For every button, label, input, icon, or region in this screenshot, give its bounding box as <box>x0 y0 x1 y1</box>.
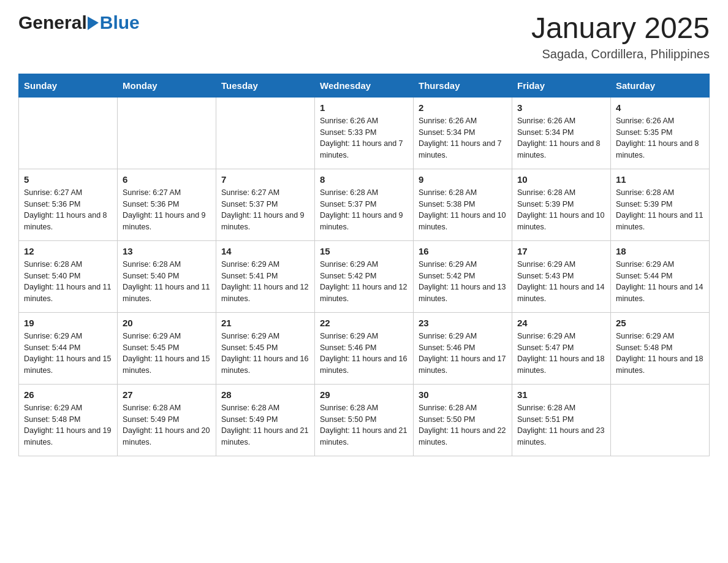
day-number: 21 <box>221 318 309 328</box>
day-info: Sunrise: 6:28 AMSunset: 5:49 PMDaylight:… <box>221 402 309 448</box>
calendar-header-row: Sunday Monday Tuesday Wednesday Thursday… <box>19 74 710 97</box>
table-row: 13Sunrise: 6:28 AMSunset: 5:40 PMDayligh… <box>118 240 216 312</box>
calendar-week-row: 5Sunrise: 6:27 AMSunset: 5:36 PMDaylight… <box>19 169 710 240</box>
col-friday: Friday <box>512 74 611 97</box>
day-number: 7 <box>221 174 309 185</box>
day-number: 31 <box>517 389 605 400</box>
table-row: 1Sunrise: 6:26 AMSunset: 5:33 PMDaylight… <box>315 97 414 169</box>
col-monday: Monday <box>118 74 216 97</box>
calendar-week-row: 12Sunrise: 6:28 AMSunset: 5:40 PMDayligh… <box>19 240 710 312</box>
day-info: Sunrise: 6:28 AMSunset: 5:49 PMDaylight:… <box>123 402 211 448</box>
day-info: Sunrise: 6:28 AMSunset: 5:39 PMDaylight:… <box>517 187 605 233</box>
day-number: 22 <box>320 318 408 328</box>
day-info: Sunrise: 6:29 AMSunset: 5:43 PMDaylight:… <box>517 259 605 305</box>
day-info: Sunrise: 6:27 AMSunset: 5:36 PMDaylight:… <box>123 187 211 233</box>
day-number: 25 <box>616 318 704 328</box>
day-number: 1 <box>320 102 408 113</box>
day-number: 9 <box>419 174 507 185</box>
day-info: Sunrise: 6:26 AMSunset: 5:35 PMDaylight:… <box>616 115 704 161</box>
day-number: 12 <box>24 246 112 256</box>
day-info: Sunrise: 6:29 AMSunset: 5:46 PMDaylight:… <box>320 331 408 377</box>
table-row: 12Sunrise: 6:28 AMSunset: 5:40 PMDayligh… <box>19 240 118 312</box>
table-row <box>611 384 710 456</box>
day-number: 19 <box>24 318 112 328</box>
logo-blue: Blue <box>100 12 140 33</box>
table-row: 20Sunrise: 6:29 AMSunset: 5:45 PMDayligh… <box>118 312 216 384</box>
table-row: 2Sunrise: 6:26 AMSunset: 5:34 PMDaylight… <box>414 97 512 169</box>
table-row: 4Sunrise: 6:26 AMSunset: 5:35 PMDaylight… <box>611 97 710 169</box>
table-row: 29Sunrise: 6:28 AMSunset: 5:50 PMDayligh… <box>315 384 414 456</box>
table-row: 17Sunrise: 6:29 AMSunset: 5:43 PMDayligh… <box>512 240 611 312</box>
day-number: 2 <box>419 102 507 113</box>
day-info: Sunrise: 6:26 AMSunset: 5:34 PMDaylight:… <box>419 115 507 161</box>
day-info: Sunrise: 6:29 AMSunset: 5:42 PMDaylight:… <box>419 259 507 305</box>
day-number: 18 <box>616 246 704 256</box>
day-info: Sunrise: 6:28 AMSunset: 5:39 PMDaylight:… <box>616 187 704 233</box>
day-info: Sunrise: 6:29 AMSunset: 5:47 PMDaylight:… <box>517 331 605 377</box>
day-number: 11 <box>616 174 704 185</box>
day-info: Sunrise: 6:29 AMSunset: 5:45 PMDaylight:… <box>221 331 309 377</box>
calendar-table: Sunday Monday Tuesday Wednesday Thursday… <box>18 74 710 456</box>
col-tuesday: Tuesday <box>216 74 315 97</box>
day-number: 16 <box>419 246 507 256</box>
table-row: 8Sunrise: 6:28 AMSunset: 5:37 PMDaylight… <box>315 169 414 240</box>
day-number: 10 <box>517 174 605 185</box>
table-row <box>216 97 315 169</box>
calendar-week-row: 1Sunrise: 6:26 AMSunset: 5:33 PMDaylight… <box>19 97 710 169</box>
day-number: 24 <box>517 318 605 328</box>
day-number: 5 <box>24 174 112 185</box>
month-year-title: January 2025 <box>531 12 710 45</box>
logo-triangle-icon <box>88 17 99 30</box>
day-info: Sunrise: 6:28 AMSunset: 5:51 PMDaylight:… <box>517 402 605 448</box>
table-row: 18Sunrise: 6:29 AMSunset: 5:44 PMDayligh… <box>611 240 710 312</box>
day-number: 13 <box>123 246 211 256</box>
day-info: Sunrise: 6:29 AMSunset: 5:42 PMDaylight:… <box>320 259 408 305</box>
day-info: Sunrise: 6:29 AMSunset: 5:41 PMDaylight:… <box>221 259 309 305</box>
day-number: 4 <box>616 102 704 113</box>
table-row: 27Sunrise: 6:28 AMSunset: 5:49 PMDayligh… <box>118 384 216 456</box>
day-number: 8 <box>320 174 408 185</box>
day-number: 17 <box>517 246 605 256</box>
table-row: 31Sunrise: 6:28 AMSunset: 5:51 PMDayligh… <box>512 384 611 456</box>
table-row: 11Sunrise: 6:28 AMSunset: 5:39 PMDayligh… <box>611 169 710 240</box>
calendar-week-row: 26Sunrise: 6:29 AMSunset: 5:48 PMDayligh… <box>19 384 710 456</box>
table-row <box>118 97 216 169</box>
day-info: Sunrise: 6:29 AMSunset: 5:46 PMDaylight:… <box>419 331 507 377</box>
table-row: 30Sunrise: 6:28 AMSunset: 5:50 PMDayligh… <box>414 384 512 456</box>
page-header: General Blue January 2025 Sagada, Cordil… <box>18 12 710 61</box>
day-number: 15 <box>320 246 408 256</box>
day-info: Sunrise: 6:29 AMSunset: 5:44 PMDaylight:… <box>24 331 112 377</box>
table-row: 15Sunrise: 6:29 AMSunset: 5:42 PMDayligh… <box>315 240 414 312</box>
day-number: 29 <box>320 389 408 400</box>
day-info: Sunrise: 6:27 AMSunset: 5:37 PMDaylight:… <box>221 187 309 233</box>
table-row: 28Sunrise: 6:28 AMSunset: 5:49 PMDayligh… <box>216 384 315 456</box>
calendar-week-row: 19Sunrise: 6:29 AMSunset: 5:44 PMDayligh… <box>19 312 710 384</box>
day-number: 30 <box>419 389 507 400</box>
table-row: 16Sunrise: 6:29 AMSunset: 5:42 PMDayligh… <box>414 240 512 312</box>
day-info: Sunrise: 6:26 AMSunset: 5:34 PMDaylight:… <box>517 115 605 161</box>
logo-general: General <box>18 12 87 33</box>
day-number: 27 <box>123 389 211 400</box>
table-row: 19Sunrise: 6:29 AMSunset: 5:44 PMDayligh… <box>19 312 118 384</box>
day-info: Sunrise: 6:28 AMSunset: 5:37 PMDaylight:… <box>320 187 408 233</box>
day-info: Sunrise: 6:29 AMSunset: 5:48 PMDaylight:… <box>616 331 704 377</box>
table-row: 5Sunrise: 6:27 AMSunset: 5:36 PMDaylight… <box>19 169 118 240</box>
table-row: 26Sunrise: 6:29 AMSunset: 5:48 PMDayligh… <box>19 384 118 456</box>
svg-marker-0 <box>88 17 99 30</box>
day-info: Sunrise: 6:29 AMSunset: 5:48 PMDaylight:… <box>24 402 112 448</box>
col-saturday: Saturday <box>611 74 710 97</box>
table-row: 25Sunrise: 6:29 AMSunset: 5:48 PMDayligh… <box>611 312 710 384</box>
day-info: Sunrise: 6:28 AMSunset: 5:50 PMDaylight:… <box>320 402 408 448</box>
col-thursday: Thursday <box>414 74 512 97</box>
table-row: 6Sunrise: 6:27 AMSunset: 5:36 PMDaylight… <box>118 169 216 240</box>
day-info: Sunrise: 6:27 AMSunset: 5:36 PMDaylight:… <box>24 187 112 233</box>
table-row: 10Sunrise: 6:28 AMSunset: 5:39 PMDayligh… <box>512 169 611 240</box>
col-sunday: Sunday <box>19 74 118 97</box>
day-number: 6 <box>123 174 211 185</box>
table-row: 21Sunrise: 6:29 AMSunset: 5:45 PMDayligh… <box>216 312 315 384</box>
day-info: Sunrise: 6:28 AMSunset: 5:38 PMDaylight:… <box>419 187 507 233</box>
day-info: Sunrise: 6:26 AMSunset: 5:33 PMDaylight:… <box>320 115 408 161</box>
day-info: Sunrise: 6:29 AMSunset: 5:44 PMDaylight:… <box>616 259 704 305</box>
table-row: 7Sunrise: 6:27 AMSunset: 5:37 PMDaylight… <box>216 169 315 240</box>
day-number: 14 <box>221 246 309 256</box>
